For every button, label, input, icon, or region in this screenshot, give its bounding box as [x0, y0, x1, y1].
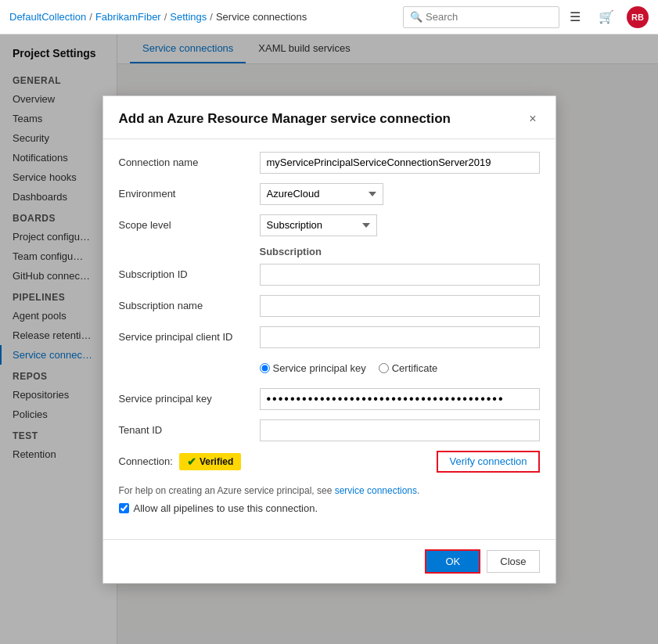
help-text-after: . [417, 485, 419, 496]
connection-left: Connection: ✔ Verified [119, 453, 242, 470]
environment-select[interactable]: AzureCloud AzureChinaCloud AzureUSGovern… [260, 183, 383, 205]
environment-row: Environment AzureCloud AzureChinaCloud A… [119, 183, 540, 205]
help-text: For help on creating an Azure service pr… [119, 485, 540, 496]
breadcrumb-sep-2: / [164, 11, 167, 23]
verified-check-icon: ✔ [187, 455, 196, 468]
connection-label: Connection: [119, 455, 173, 467]
radio-key-text: Service principal key [273, 362, 366, 374]
radio-cert-label[interactable]: Certificate [379, 362, 438, 374]
basket-icon[interactable]: 🛒 [595, 6, 617, 28]
allow-pipelines-checkbox[interactable] [119, 503, 129, 513]
radio-cert-text: Certificate [392, 362, 438, 374]
subscription-name-label: Subscription name [119, 295, 260, 311]
breadcrumb: DefaultCollection / FabrikamFiber / Sett… [9, 11, 398, 23]
subscription-name-input[interactable] [260, 295, 540, 317]
service-principal-key-row: Service principal key [119, 388, 540, 410]
radio-key-input[interactable] [260, 363, 270, 373]
tenant-id-input[interactable] [260, 419, 540, 441]
breadcrumb-fabrikam[interactable]: FabrikamFiber [95, 11, 161, 23]
subscription-id-label: Subscription ID [119, 264, 260, 280]
tenant-id-label: Tenant ID [119, 419, 260, 436]
connection-name-label: Connection name [119, 152, 260, 168]
nav-icons: ☰ 🛒 RB [564, 6, 649, 28]
help-text-before: For help on creating an Azure service pr… [119, 485, 335, 496]
tenant-id-row: Tenant ID [119, 419, 540, 441]
modal-header: Add an Azure Resource Manager service co… [103, 96, 556, 139]
connection-name-input[interactable] [260, 152, 540, 174]
subscription-id-row: Subscription ID [119, 264, 540, 286]
radio-key-label[interactable]: Service principal key [260, 362, 366, 374]
scope-level-select[interactable]: Subscription Management Group [260, 214, 377, 236]
allow-pipelines-label: Allow all pipelines to use this connecti… [134, 502, 318, 514]
subscription-name-row: Subscription name [119, 295, 540, 317]
service-principal-key-label: Service principal key [119, 388, 260, 405]
breadcrumb-settings[interactable]: Settings [170, 11, 207, 23]
environment-label: Environment [119, 183, 260, 200]
search-input[interactable] [426, 11, 551, 23]
verify-connection-button[interactable]: Verify connection [437, 451, 539, 473]
service-principal-key-input[interactable] [260, 388, 540, 410]
breadcrumb-sep-3: / [210, 11, 213, 23]
scope-level-row: Scope level Subscription Management Grou… [119, 214, 540, 236]
radio-cert-input[interactable] [379, 363, 389, 373]
scope-level-select-wrapper: Subscription Management Group [260, 214, 540, 236]
modal-overlay: Add an Azure Resource Manager service co… [0, 34, 658, 644]
ok-button[interactable]: OK [425, 549, 480, 574]
service-connections-link[interactable]: service connections [335, 485, 417, 496]
close-footer-button[interactable]: Close [487, 550, 539, 573]
modal-body: Connection name Environment AzureCloud A… [103, 139, 556, 539]
allow-pipelines-row: Allow all pipelines to use this connecti… [119, 502, 540, 514]
connection-name-row: Connection name [119, 152, 540, 174]
environment-select-wrapper: AzureCloud AzureChinaCloud AzureUSGovern… [260, 183, 540, 205]
breadcrumb-default-collection[interactable]: DefaultCollection [9, 11, 86, 23]
service-principal-client-id-label: Service principal client ID [119, 326, 260, 343]
search-icon: 🔍 [410, 11, 422, 23]
connection-verified-row: Connection: ✔ Verified Verify connection [119, 451, 540, 473]
modal-footer: OK Close [103, 539, 556, 583]
auth-type-radio-group: Service principal key Certificate [260, 358, 540, 379]
list-icon[interactable]: ☰ [564, 6, 586, 28]
modal: Add an Azure Resource Manager service co… [102, 95, 556, 584]
scope-level-label: Scope level [119, 214, 260, 231]
avatar[interactable]: RB [627, 6, 649, 28]
breadcrumb-service-connections: Service connections [216, 11, 307, 23]
close-button[interactable]: × [526, 109, 539, 129]
service-principal-client-id-row: Service principal client ID [119, 326, 540, 348]
search-box[interactable]: 🔍 [403, 6, 559, 28]
verified-badge: ✔ Verified [179, 453, 241, 470]
verified-label: Verified [200, 456, 233, 467]
service-principal-client-id-input[interactable] [260, 326, 540, 348]
subscription-id-input[interactable] [260, 264, 540, 286]
modal-title: Add an Azure Resource Manager service co… [119, 111, 451, 127]
subscription-section-label: Subscription [119, 246, 540, 257]
breadcrumb-sep-1: / [89, 11, 92, 23]
top-navigation: DefaultCollection / FabrikamFiber / Sett… [0, 0, 658, 34]
